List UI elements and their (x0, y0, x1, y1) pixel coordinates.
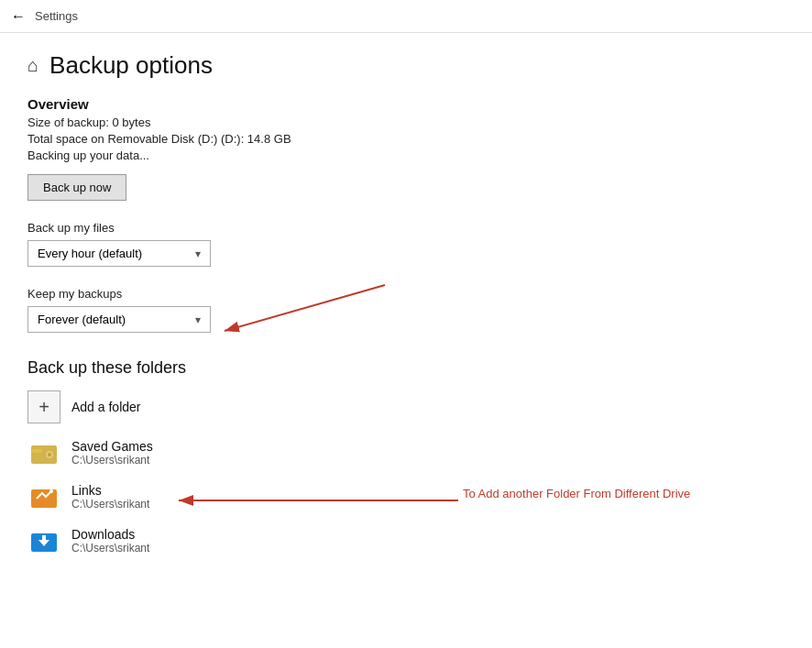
svg-rect-4 (31, 489, 57, 508)
add-folder-row[interactable]: + Add a folder (27, 390, 785, 423)
size-label: Size of backup: 0 bytes (27, 115, 785, 129)
saved-games-path: C:\Users\srikant (71, 454, 153, 467)
list-item: Saved Games C:\Users\srikant (27, 436, 785, 469)
page-title: Backup options (49, 51, 213, 80)
add-folder-label: Add a folder (71, 400, 141, 414)
folders-section-title: Back up these folders (27, 358, 785, 378)
folders-section: Back up these folders + Add a folder (27, 358, 785, 557)
overview-section: Overview Size of backup: 0 bytes Total s… (27, 96, 785, 201)
downloads-name: Downloads (71, 527, 149, 542)
saved-games-info: Saved Games C:\Users\srikant (71, 439, 153, 467)
svg-point-5 (49, 489, 53, 493)
keep-backups-value: Forever (default) (38, 313, 126, 326)
list-item: Downloads C:\Users\srikant (27, 524, 785, 557)
saved-games-name: Saved Games (71, 439, 153, 454)
links-info: Links C:\Users\srikant (71, 483, 149, 511)
space-label: Total space on Removable Disk (D:) (D:):… (27, 132, 785, 146)
keep-backups-label: Keep my backups (27, 287, 785, 301)
chevron-down-icon-2: ▾ (195, 313, 201, 326)
downloads-info: Downloads C:\Users\srikant (71, 527, 149, 555)
chevron-down-icon: ▾ (195, 247, 201, 260)
list-item: Links C:\Users\srikant (27, 480, 785, 513)
svg-rect-1 (31, 449, 42, 453)
backup-frequency-value: Every hour (default) (38, 247, 142, 260)
home-icon: ⌂ (27, 55, 38, 76)
backup-frequency-section: Back up my files Every hour (default) ▾ (27, 221, 785, 267)
back-up-now-button[interactable]: Back up now (27, 174, 126, 201)
overview-title: Overview (27, 96, 785, 112)
links-name: Links (71, 483, 149, 498)
downloads-path: C:\Users\srikant (71, 542, 149, 555)
links-path: C:\Users\srikant (71, 498, 149, 511)
title-bar: ← Settings (0, 0, 812, 33)
svg-point-3 (48, 453, 51, 456)
backup-frequency-dropdown[interactable]: Every hour (default) ▾ (27, 240, 211, 267)
page-header: ⌂ Backup options (27, 51, 785, 80)
title-bar-label: Settings (35, 9, 78, 23)
saved-games-icon (27, 436, 60, 469)
downloads-icon (27, 524, 60, 557)
status-label: Backing up your data... (27, 148, 785, 162)
backup-frequency-label: Back up my files (27, 221, 785, 235)
links-icon (27, 480, 60, 513)
back-button[interactable]: ← (11, 8, 26, 25)
keep-backups-dropdown[interactable]: Forever (default) ▾ (27, 306, 211, 333)
keep-backups-section: Keep my backups Forever (default) ▾ (27, 287, 785, 333)
svg-rect-8 (42, 535, 46, 541)
add-folder-button[interactable]: + (27, 390, 60, 423)
